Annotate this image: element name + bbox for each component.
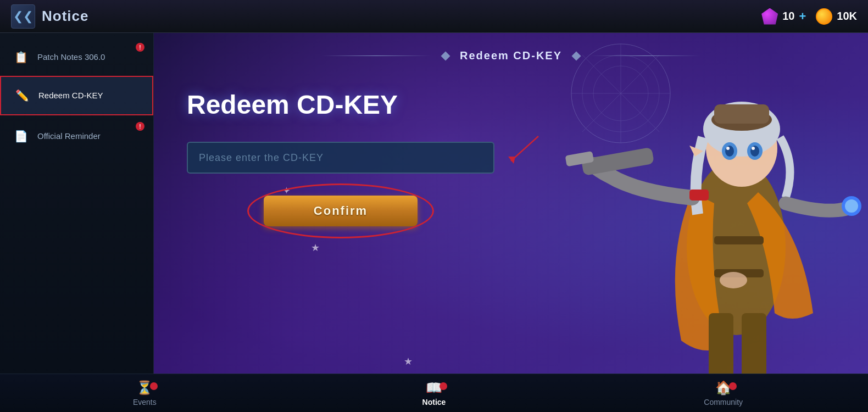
sidebar-item-reminder-label: Official Reminder bbox=[37, 131, 101, 142]
coin-icon bbox=[816, 8, 832, 25]
confirm-btn-wrapper: Confirm bbox=[187, 196, 494, 226]
cdkey-input-wrapper bbox=[187, 142, 494, 174]
notice-label: Notice bbox=[422, 398, 446, 407]
confirm-button[interactable]: Confirm bbox=[264, 196, 418, 226]
reminder-icon: 📄 bbox=[11, 126, 31, 146]
community-badge bbox=[729, 382, 737, 390]
gem-count: 10 bbox=[782, 10, 794, 23]
events-label: Events bbox=[133, 398, 157, 407]
svg-marker-31 bbox=[508, 157, 515, 164]
coin-count: 10K bbox=[837, 10, 857, 23]
sidebar-item-redeem-cdkey[interactable]: ✏️ Redeem CD-KEY bbox=[0, 76, 153, 115]
header-left: ❮❮ Notice bbox=[11, 4, 88, 29]
redeem-icon: ✏️ bbox=[12, 86, 32, 105]
coin-currency: 10K bbox=[816, 8, 857, 25]
bottom-navigation: ⏳ Events 📖 Notice 🏠 Community bbox=[0, 374, 868, 412]
sidebar: 📋 Patch Notes 306.0 ! ✏️ Redeem CD-KEY 📄… bbox=[0, 33, 154, 412]
arrow-annotation bbox=[494, 133, 549, 166]
nav-item-community[interactable]: 🏠 Community bbox=[578, 380, 868, 407]
back-icon: ❮❮ bbox=[13, 9, 33, 24]
events-badge bbox=[150, 382, 158, 390]
sidebar-item-patch-notes[interactable]: 📋 Patch Notes 306.0 ! bbox=[0, 38, 153, 76]
header-title: Notice bbox=[42, 8, 88, 25]
gem-icon bbox=[761, 8, 778, 25]
title-diamond-right bbox=[572, 51, 581, 60]
header: ❮❮ Notice 10 + 10K bbox=[0, 0, 868, 33]
content-area: ★ ★ ✦ bbox=[154, 33, 868, 412]
cdkey-input[interactable] bbox=[187, 142, 494, 174]
patch-notes-badge: ! bbox=[136, 43, 144, 52]
header-right: 10 + 10K bbox=[761, 8, 857, 25]
section-title-bar: Redeem CD-KEY bbox=[187, 49, 835, 62]
gem-currency: 10 + bbox=[761, 8, 806, 25]
main-layout: 📋 Patch Notes 306.0 ! ✏️ Redeem CD-KEY 📄… bbox=[0, 33, 868, 412]
notice-badge bbox=[439, 382, 447, 390]
sidebar-item-official-reminder[interactable]: 📄 Official Reminder ! bbox=[0, 118, 153, 155]
sidebar-item-patch-notes-label: Patch Notes 306.0 bbox=[37, 52, 105, 63]
patch-notes-icon: 📋 bbox=[11, 47, 31, 67]
nav-item-events[interactable]: ⏳ Events bbox=[0, 380, 290, 407]
title-line-right bbox=[591, 55, 700, 56]
gem-add-button[interactable]: + bbox=[799, 9, 806, 24]
community-label: Community bbox=[704, 398, 743, 407]
content-ui: Redeem CD-KEY Redeem CD-KEY Confirm bbox=[154, 33, 868, 412]
section-title-text: Redeem CD-KEY bbox=[460, 49, 562, 62]
nav-item-notice[interactable]: 📖 Notice bbox=[290, 380, 579, 407]
sidebar-item-redeem-label: Redeem CD-KEY bbox=[38, 90, 103, 101]
reminder-badge: ! bbox=[136, 122, 144, 131]
back-button[interactable]: ❮❮ bbox=[11, 4, 35, 29]
main-heading: Redeem CD-KEY bbox=[187, 90, 398, 120]
title-diamond-left bbox=[441, 51, 450, 60]
title-line-left bbox=[321, 55, 431, 56]
